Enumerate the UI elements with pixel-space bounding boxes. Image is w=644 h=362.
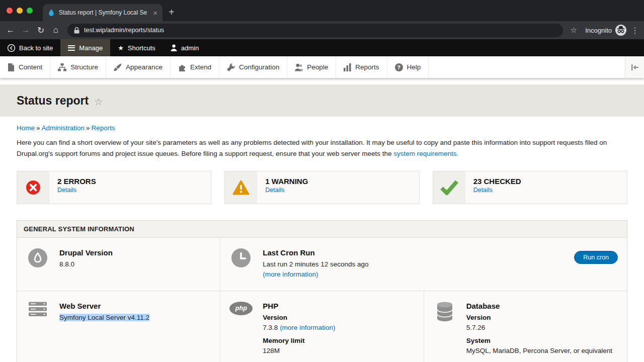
browser-menu-icon[interactable]: ⋮: [629, 26, 641, 35]
card-text: 23 CHECKED Details: [465, 171, 529, 204]
status-summary-cards: 2 ERRORS Details 1 WARNING Details 23 CH…: [17, 171, 627, 204]
manage-tab[interactable]: Manage: [60, 39, 110, 56]
warnings-details-link[interactable]: Details: [265, 187, 308, 194]
general-system-information-panel: GENERAL SYSTEM INFORMATION Drupal Versio…: [17, 220, 627, 362]
cron-title: Last Cron Run: [263, 248, 368, 257]
cell-body: Drupal Version 8.8.0: [59, 248, 113, 269]
run-cron-button[interactable]: Run cron: [574, 251, 618, 264]
user-account-tab[interactable]: admin: [163, 39, 206, 56]
tab-close-icon[interactable]: ×: [153, 9, 157, 17]
menu-item-extend[interactable]: Extend: [171, 56, 219, 78]
warning-icon: [225, 171, 257, 204]
window-controls: [0, 0, 43, 21]
card-text: 2 ERRORS Details: [49, 171, 104, 204]
page-description: Here you can find a short overview of yo…: [17, 137, 627, 159]
admin-toolbar: Back to site Manage ★ Shortcuts admin: [0, 39, 644, 56]
errors-details-link[interactable]: Details: [57, 187, 96, 194]
database-cell: Database Version 5.7.26 System MySQL, Ma…: [424, 291, 627, 362]
address-bar[interactable]: test.wip/admin/reports/status: [67, 24, 563, 37]
bar-chart-icon: [344, 63, 351, 71]
toolbar-orientation-toggle[interactable]: [625, 56, 644, 78]
database-version-value: 5.7.26: [466, 323, 612, 333]
back-icon[interactable]: ←: [3, 25, 18, 35]
admin-menu-bar: Content Structure Appearance Extend Conf…: [0, 56, 644, 78]
drupal-favicon-icon: [48, 9, 55, 16]
checked-count: 23 CHECKED: [473, 177, 521, 186]
last-cron-run-cell: Last Cron Run Last run 2 minutes 12 seco…: [220, 238, 627, 291]
menu-item-structure[interactable]: Structure: [50, 56, 106, 78]
bookmark-star-icon[interactable]: ☆: [567, 26, 580, 35]
forward-icon[interactable]: →: [18, 25, 33, 35]
checked-card: 23 CHECKED Details: [433, 171, 627, 204]
cell-body: Last Cron Run Last run 2 minutes 12 seco…: [263, 248, 368, 280]
panel-title: GENERAL SYSTEM INFORMATION: [17, 221, 627, 238]
shortcuts-label: Shortcuts: [128, 44, 155, 52]
warnings-card: 1 WARNING Details: [224, 171, 419, 204]
drupal-version-value: 8.8.0: [59, 259, 113, 269]
menu-label: Extend: [190, 63, 211, 71]
wrench-icon: [227, 63, 235, 71]
hamburger-icon: [68, 45, 75, 51]
incognito-label: Incognito: [585, 27, 612, 34]
close-window-button[interactable]: [7, 8, 13, 14]
database-title: Database: [466, 302, 612, 310]
warnings-count: 1 WARNING: [265, 177, 308, 186]
menu-item-help[interactable]: ? Help: [387, 56, 429, 78]
help-icon: ?: [395, 63, 403, 71]
back-to-site-button[interactable]: Back to site: [0, 39, 60, 56]
tab-title: Status report | Symfony Local Se: [59, 9, 149, 16]
shortcuts-tab[interactable]: ★ Shortcuts: [110, 39, 163, 56]
collapse-left-icon: [631, 64, 639, 71]
php-memory-label: Memory limit: [263, 336, 335, 346]
user-label: admin: [181, 44, 199, 52]
breadcrumb-reports[interactable]: Reports: [92, 124, 115, 132]
drupal-drop-icon: [26, 248, 49, 267]
breadcrumb-home[interactable]: Home: [17, 124, 35, 132]
home-icon[interactable]: ⌂: [48, 25, 63, 35]
menu-item-reports[interactable]: Reports: [336, 56, 387, 78]
minimize-window-button[interactable]: [17, 8, 23, 14]
system-requirements-link[interactable]: system requirements.: [393, 150, 458, 157]
favorite-star-icon[interactable]: ☆: [94, 96, 103, 108]
checked-details-link[interactable]: Details: [473, 187, 521, 194]
shortcuts-star-icon: ★: [118, 44, 124, 52]
people-icon: [295, 63, 303, 71]
php-more-information-link[interactable]: (more information): [280, 324, 335, 331]
breadcrumb-administration[interactable]: Administration: [42, 124, 85, 132]
cell-body: Database Version 5.7.26 System MySQL, Ma…: [466, 302, 612, 356]
server-stack-icon: [26, 302, 49, 317]
browser-tab[interactable]: Status report | Symfony Local Se ×: [43, 4, 163, 21]
database-system-label: System: [466, 336, 612, 346]
menu-item-content[interactable]: Content: [0, 56, 50, 78]
web-server-title: Web Server: [59, 302, 149, 310]
zoom-window-button[interactable]: [27, 8, 33, 14]
user-icon: [171, 44, 177, 51]
breadcrumb-separator: »: [36, 124, 40, 132]
structure-icon: [58, 63, 66, 71]
paintbrush-icon: [114, 63, 122, 71]
back-arrow-icon: [8, 44, 15, 52]
menu-item-configuration[interactable]: Configuration: [219, 56, 287, 78]
menu-label: Structure: [70, 63, 98, 71]
cron-last-run: Last run 2 minutes 12 seconds ago: [263, 259, 368, 269]
document-icon: [8, 63, 15, 71]
cell-body: Web Server Symfony Local Server v4.11.2: [59, 302, 149, 323]
menu-label: People: [307, 63, 328, 71]
url-text: test.wip/admin/reports/status: [84, 27, 164, 34]
web-server-cell: Web Server Symfony Local Server v4.11.2: [17, 291, 220, 362]
menu-label: Appearance: [126, 63, 163, 71]
menu-label: Reports: [355, 63, 379, 71]
menu-item-people[interactable]: People: [287, 56, 336, 78]
cell-body: PHP Version 7.3.8 (more information) Mem…: [263, 302, 335, 356]
cron-more-information-link[interactable]: (more information): [263, 270, 318, 278]
reload-icon[interactable]: ↻: [33, 25, 48, 36]
page-header: Status report ☆: [0, 84, 644, 117]
menu-item-appearance[interactable]: Appearance: [106, 56, 171, 78]
new-tab-button[interactable]: +: [163, 7, 181, 21]
errors-count: 2 ERRORS: [57, 177, 96, 186]
clock-icon: [229, 248, 253, 267]
menu-label: Help: [407, 63, 421, 71]
php-title: PHP: [263, 302, 335, 310]
database-system-value: MySQL, MariaDB, Percona Server, or equiv…: [466, 346, 612, 356]
menu-label: Configuration: [239, 63, 279, 71]
